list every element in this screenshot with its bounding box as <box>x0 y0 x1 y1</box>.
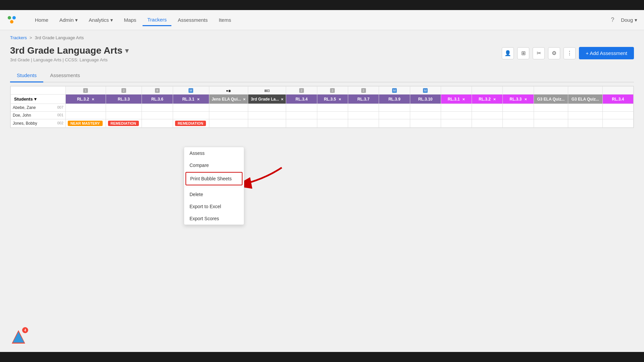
student-name: Doe, John 001 <box>11 112 66 119</box>
more-icon-btn[interactable]: ⋮ <box>564 47 576 59</box>
col-close-icon: ✕ <box>338 98 341 101</box>
user-menu[interactable]: Doug ▾ <box>621 17 637 23</box>
students-icon-btn[interactable]: 👤 <box>502 47 514 59</box>
scissors-icon: ✂ <box>537 50 541 56</box>
tracker-table-wrapper: 1 2 8 M ●◉ ⊞⊡ <box>10 86 634 128</box>
nav-trackers[interactable]: Trackers <box>143 14 171 26</box>
grid-icon: ⊞ <box>521 50 526 56</box>
student-name: Abebe, Zane 007 <box>11 104 66 112</box>
scissors-icon-btn[interactable]: ✂ <box>533 47 545 59</box>
badge-remediation: REMEDIATION <box>108 121 139 126</box>
nav-items: Home Admin ▾ Analytics ▾ Maps Trackers A… <box>30 14 601 26</box>
page-header: 3rd Grade Language Arts ▾ 3rd Grade | La… <box>10 45 634 62</box>
col-close-icon: ✕ <box>281 98 283 101</box>
main-content: Trackers > 3rd Grade Language Arts 3rd G… <box>0 30 644 352</box>
col-header-rl32b[interactable]: RL.3.2 ✕ <box>472 95 503 104</box>
nav-assessments[interactable]: Assessments <box>173 14 212 25</box>
svg-marker-5 <box>13 332 24 343</box>
person-icon: 👤 <box>504 50 511 56</box>
page-title-section: 3rd Grade Language Arts ▾ 3rd Grade | La… <box>10 45 128 62</box>
students-dropdown-icon[interactable]: ▾ <box>34 97 37 102</box>
col-close-icon: ✕ <box>92 98 94 101</box>
col-header-rl32[interactable]: RL.3.2 ✕ <box>66 95 106 104</box>
nav-items[interactable]: Items <box>214 14 236 25</box>
nav-right: ? Doug ▾ <box>611 16 637 23</box>
breadcrumb-parent[interactable]: Trackers <box>10 35 27 40</box>
chevron-down-icon: ▾ <box>75 17 78 23</box>
settings-icon-btn[interactable]: ⚙ <box>548 47 560 59</box>
col-header-rl33b[interactable]: RL.3.3 ✕ <box>503 95 534 104</box>
add-assessment-button[interactable]: + Add Assessment <box>579 47 634 59</box>
col-close-icon: ✕ <box>197 98 200 101</box>
page-subtitle: 3rd Grade | Language Arts | CCSS: Langua… <box>10 57 128 62</box>
col-header-rl33[interactable]: RL.3.3 <box>106 95 142 104</box>
nav-admin[interactable]: Admin ▾ <box>55 14 83 26</box>
breadcrumb-current: 3rd Grade Language Arts <box>35 35 84 40</box>
logo-icon <box>7 15 17 25</box>
col-header-rl35[interactable]: RL.3.5 ✕ <box>317 95 348 104</box>
menu-item-export-scores[interactable]: Export Scores <box>184 213 244 225</box>
tab-students[interactable]: Students <box>10 69 43 82</box>
col-header-rl34[interactable]: RL.3.4 <box>286 95 317 104</box>
username: Doug <box>621 17 633 23</box>
nav-maps[interactable]: Maps <box>119 14 141 25</box>
column-headers-row: Students ▾ RL.3.2 ✕ RL.3.3 RL.3.6 <box>11 95 634 104</box>
badge-remediation: REMEDIATION <box>175 121 206 126</box>
page-title: 3rd Grade Language Arts ▾ <box>10 45 128 56</box>
tab-assessments[interactable]: Assessments <box>43 69 87 82</box>
col-header-g3elaq[interactable]: G3 ELA Quiz... <box>568 95 603 104</box>
col-header-rl36[interactable]: RL.3.6 <box>142 95 173 104</box>
menu-item-compare[interactable]: Compare <box>184 159 244 171</box>
table-row: Doe, John 001 <box>11 112 634 119</box>
user-chevron-icon: ▾ <box>635 17 637 23</box>
svg-point-0 <box>8 16 11 19</box>
breadcrumb-separator: > <box>30 35 32 40</box>
logo[interactable] <box>7 15 17 25</box>
nav-analytics[interactable]: Analytics ▾ <box>84 14 118 26</box>
navbar: Home Admin ▾ Analytics ▾ Maps Trackers A… <box>0 10 644 30</box>
col-close-icon: ✕ <box>493 98 496 101</box>
more-icon: ⋮ <box>567 50 572 56</box>
col-header-rl31b[interactable]: RL.3.1 ✕ <box>441 95 472 104</box>
col-header-rl310[interactable]: RL.3.10 <box>410 95 441 104</box>
tracker-table: 1 2 8 M ●◉ ⊞⊡ <box>10 86 634 128</box>
svg-point-2 <box>10 20 13 23</box>
svg-point-1 <box>12 16 16 19</box>
notification-badge: 4 <box>22 327 28 333</box>
page-actions: 👤 ⊞ ✂ ⚙ ⋮ + Add Assessment <box>502 47 634 59</box>
menu-item-export-excel[interactable]: Export to Excel <box>184 200 244 213</box>
col-close-icon: ✕ <box>524 98 527 101</box>
table-row: Jones, Bobby 002 NEAR MASTERY REMEDIATIO… <box>11 119 634 128</box>
tabs: Students Assessments <box>10 69 634 82</box>
col-close-icon: ✕ <box>243 98 246 101</box>
grid-icon-btn[interactable]: ⊞ <box>517 47 529 59</box>
context-menu: Assess Compare Print Bubble Sheets Delet… <box>184 147 244 225</box>
table-row: Abebe, Zane 007 <box>11 104 634 112</box>
nav-home[interactable]: Home <box>30 14 53 25</box>
title-dropdown-icon[interactable]: ▾ <box>125 47 128 55</box>
menu-item-print-bubble-sheets[interactable]: Print Bubble Sheets <box>185 172 243 185</box>
type-indicator-1: 1 <box>83 88 88 93</box>
col-header-3rdgrade[interactable]: 3rd Grade La... ✕ <box>248 95 286 104</box>
col-header-jens[interactable]: Jens ELA Qui... ✕ <box>209 95 248 104</box>
col-header-rl39[interactable]: RL.3.9 <box>379 95 410 104</box>
menu-divider <box>184 187 244 187</box>
type-indicator-row: 1 2 8 M ●◉ ⊞⊡ <box>11 86 634 95</box>
gear-icon: ⚙ <box>552 50 556 56</box>
col-header-rl37[interactable]: RL.3.7 <box>348 95 379 104</box>
col-header-g3ela[interactable]: G3 ELA Quiz... <box>534 95 568 104</box>
menu-item-assess[interactable]: Assess <box>184 147 244 159</box>
floating-notification[interactable]: 4 <box>10 328 27 345</box>
help-icon[interactable]: ? <box>611 16 614 23</box>
student-name: Jones, Bobby 002 <box>11 119 66 128</box>
students-col-header: Students <box>14 97 33 102</box>
col-header-rl34b[interactable]: RL.3.4 <box>602 95 633 104</box>
col-close-icon: ✕ <box>462 98 465 101</box>
col-header-rl31[interactable]: RL.3.1 ✕ <box>173 95 209 104</box>
chevron-down-icon: ▾ <box>110 17 113 23</box>
menu-item-delete[interactable]: Delete <box>184 188 244 200</box>
breadcrumb: Trackers > 3rd Grade Language Arts <box>10 35 634 40</box>
badge-near-mastery: NEAR MASTERY <box>68 121 103 126</box>
